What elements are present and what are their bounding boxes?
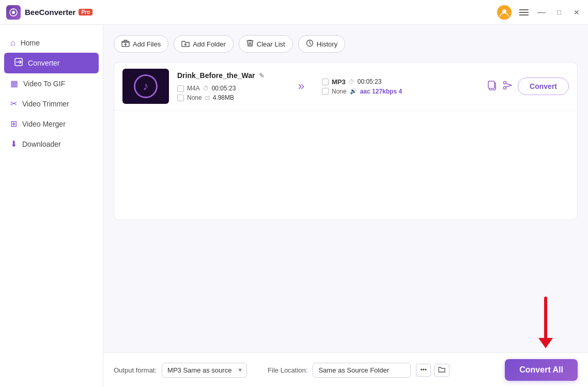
output-quality-icon: 🔊 <box>350 88 357 95</box>
file-name-text: Drink_Before_the_War <box>177 71 255 80</box>
toolbar: Add Files Add Folder Cle <box>114 35 578 53</box>
sidebar: ⌂ Home Converter ▦ Video To GIF ✂ Video … <box>0 25 103 387</box>
add-files-button[interactable]: Add Files <box>114 35 168 53</box>
history-label: History <box>317 40 337 48</box>
arrow-indicator <box>538 297 553 348</box>
output-info: MP3 ⏱ 00:05:23 None 🔊 aac 127kbps 4 <box>322 78 436 95</box>
sidebar-item-video-merger[interactable]: ⊞ Video Merger <box>0 114 103 134</box>
svg-line-15 <box>506 85 512 87</box>
output-subtitle-row: None 🔊 aac 127kbps 4 <box>322 88 436 95</box>
add-folder-label: Add Folder <box>193 40 226 48</box>
history-icon <box>306 39 314 49</box>
file-location-label: File Location: <box>268 366 307 374</box>
add-folder-icon <box>181 40 190 49</box>
clear-list-icon <box>246 39 254 49</box>
music-note-icon: ♪ <box>143 80 149 93</box>
video-gif-icon: ▦ <box>10 79 18 88</box>
output-quality: aac 127kbps 4 <box>360 88 402 95</box>
file-name: Drink_Before_the_War ✎ <box>177 71 281 80</box>
content-area: Add Files Add Folder Cle <box>103 25 588 387</box>
subtitle-checkbox[interactable] <box>177 95 184 101</box>
converter-icon <box>14 58 23 68</box>
double-arrow-icon: » <box>298 80 304 93</box>
app-logo <box>6 5 21 20</box>
scissors-icon[interactable] <box>502 80 513 93</box>
output-format-field: Output format: MP3 Same as source ▼ <box>114 363 247 378</box>
output-format: MP3 <box>332 78 346 86</box>
source-duration: 00:05:23 <box>212 85 236 92</box>
app-name: BeeConverter <box>25 8 75 17</box>
svg-rect-11 <box>488 81 494 88</box>
home-icon: ⌂ <box>10 38 16 48</box>
sidebar-label-home: Home <box>21 39 40 47</box>
output-subtitle-checkbox[interactable] <box>322 88 329 95</box>
file-thumbnail: ♪ <box>122 69 169 104</box>
format-checkbox[interactable] <box>177 85 184 92</box>
location-actions: ••• <box>416 364 450 377</box>
clear-list-label: Clear List <box>257 40 285 48</box>
output-duration: 00:05:23 <box>358 78 382 85</box>
sidebar-item-home[interactable]: ⌂ Home <box>0 33 103 53</box>
window-controls: — □ ✕ <box>497 5 582 20</box>
sidebar-item-video-trimmer[interactable]: ✂ Video Trimmer <box>0 94 103 114</box>
source-format: M4A <box>187 85 200 92</box>
downloader-icon: ⬇ <box>10 139 17 149</box>
sidebar-label-video-merger: Video Merger <box>22 120 66 128</box>
file-location-field: File Location: ••• <box>268 363 450 378</box>
copy-icon[interactable] <box>487 80 497 93</box>
sidebar-item-video-gif[interactable]: ▦ Video To GIF <box>0 73 103 94</box>
file-location-input[interactable] <box>313 363 411 378</box>
svg-point-1 <box>12 11 15 14</box>
convert-button[interactable]: Convert <box>518 78 569 95</box>
convert-all-button[interactable]: Convert All <box>505 359 578 381</box>
sidebar-label-video-gif: Video To GIF <box>23 80 65 88</box>
menu-icon[interactable] <box>519 7 529 18</box>
bottom-bar: Output format: MP3 Same as source ▼ File… <box>103 352 588 387</box>
add-files-icon <box>121 40 130 49</box>
source-subtitle-row: None ⊡ 4.98MB <box>177 94 281 101</box>
history-button[interactable]: History <box>298 35 345 53</box>
row-actions: Convert <box>487 78 569 95</box>
output-format-label: Output format: <box>114 366 157 374</box>
sidebar-label-downloader: Downloader <box>22 140 61 148</box>
file-list: ♪ Drink_Before_the_War ✎ M4A ⏱ 00: <box>114 62 578 220</box>
sidebar-item-downloader[interactable]: ⬇ Downloader <box>0 134 103 154</box>
source-info: Drink_Before_the_War ✎ M4A ⏱ 00:05:23 No… <box>177 71 281 101</box>
clear-list-button[interactable]: Clear List <box>239 35 293 53</box>
source-meta: M4A ⏱ 00:05:23 None ⊡ 4.98MB <box>177 85 281 101</box>
music-circle-icon: ♪ <box>134 74 158 98</box>
duration-icon: ⏱ <box>203 85 209 91</box>
minimize-button[interactable]: — <box>536 7 547 18</box>
maximize-button[interactable]: □ <box>554 7 564 18</box>
sidebar-label-video-trimmer: Video Trimmer <box>22 100 69 108</box>
output-format-row: MP3 ⏱ 00:05:23 <box>322 78 436 86</box>
convert-arrow: » <box>281 80 322 93</box>
output-subtitle: None <box>332 88 347 95</box>
output-format-select-wrapper: MP3 Same as source ▼ <box>162 363 247 378</box>
sidebar-item-converter[interactable]: Converter <box>4 53 99 73</box>
location-folder-button[interactable] <box>434 364 450 377</box>
arrow-head <box>538 338 553 348</box>
svg-line-14 <box>506 83 512 85</box>
table-row: ♪ Drink_Before_the_War ✎ M4A ⏱ 00: <box>114 63 577 111</box>
arrow-shaft <box>544 297 547 338</box>
add-folder-button[interactable]: Add Folder <box>174 35 234 53</box>
video-merger-icon: ⊞ <box>10 119 17 129</box>
output-format-checkbox[interactable] <box>322 79 329 85</box>
sidebar-label-converter: Converter <box>28 59 59 67</box>
output-duration-icon: ⏱ <box>349 79 354 85</box>
main-layout: ⌂ Home Converter ▦ Video To GIF ✂ Video … <box>0 25 588 387</box>
size-icon: ⊡ <box>205 95 210 101</box>
location-dots-button[interactable]: ••• <box>416 364 431 377</box>
video-trimmer-icon: ✂ <box>10 99 17 109</box>
edit-icon[interactable]: ✎ <box>259 72 265 80</box>
pro-badge: Pro <box>79 9 92 16</box>
add-files-label: Add Files <box>133 40 161 48</box>
output-format-select[interactable]: MP3 Same as source <box>162 363 247 378</box>
source-format-row: M4A ⏱ 00:05:23 <box>177 85 281 92</box>
user-avatar[interactable] <box>497 5 512 20</box>
source-subtitle: None <box>187 94 202 101</box>
close-button[interactable]: ✕ <box>571 7 582 18</box>
source-size: 4.98MB <box>213 94 234 101</box>
titlebar: BeeConverter Pro — □ ✕ <box>0 0 588 25</box>
